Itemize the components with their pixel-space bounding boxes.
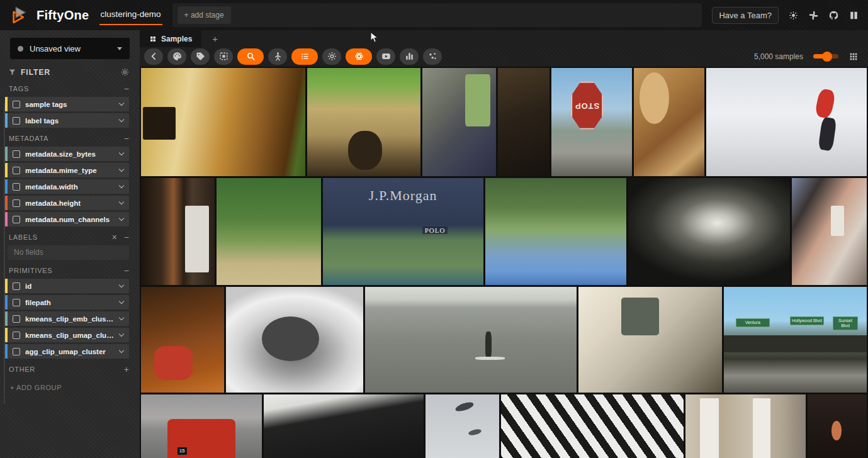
chevron-down-icon[interactable]	[119, 101, 124, 106]
scatter-icon	[427, 51, 438, 62]
field-checkbox[interactable]	[13, 332, 20, 339]
brightness-icon[interactable]	[788, 10, 799, 21]
operators-plugin-button[interactable]	[346, 48, 372, 65]
field-checkbox[interactable]	[13, 183, 20, 191]
sample-tile-dark-bookshelf-room[interactable]	[498, 68, 550, 176]
expand-icon[interactable]: +	[124, 366, 129, 373]
sidebar-settings-gear-icon[interactable]	[120, 67, 130, 77]
field-checkbox[interactable]	[13, 216, 20, 223]
photo-shape	[262, 316, 319, 361]
sample-tile-bedroom-window[interactable]	[422, 68, 496, 176]
add-group-button[interactable]: + ADD GROUP	[0, 376, 140, 399]
video-panel-button[interactable]	[376, 48, 395, 65]
slider-knob[interactable]	[822, 52, 832, 62]
sample-tile-teddy-bears[interactable]	[634, 68, 704, 176]
sample-tile-kids-group-court[interactable]	[485, 178, 627, 285]
patches-button[interactable]	[214, 48, 233, 65]
display-options-button[interactable]	[291, 48, 318, 65]
clear-icon[interactable]: ×	[112, 234, 117, 241]
sample-tile-freeway-signs-traffic[interactable]: VenturaHollywood BlvdSunset Blvd	[724, 287, 867, 393]
sample-tile-baseball-players[interactable]	[217, 178, 321, 285]
add-stage-button[interactable]: + add stage	[178, 6, 231, 24]
sidebar-field-sample-tags[interactable]: sample tags	[5, 97, 129, 111]
sidebar-field-metadata-num-channels[interactable]: metadata.num_channels	[5, 212, 129, 226]
sample-tile-sandwich-bw[interactable]	[226, 287, 363, 393]
sample-tile-living-room-interior[interactable]	[141, 68, 305, 176]
sidebar-field-metadata-size-bytes[interactable]: metadata.size_bytes	[5, 147, 129, 161]
back-button[interactable]	[144, 48, 163, 65]
field-checkbox[interactable]	[13, 167, 20, 174]
dataset-selector[interactable]: clustering-demo	[99, 5, 162, 25]
field-checkbox[interactable]	[13, 315, 20, 323]
sample-tile-stop-sign-street[interactable]: STOP	[551, 68, 632, 176]
sidebar-field-agg-clip-umap-cluster[interactable]: agg_clip_umap_cluster	[5, 344, 129, 359]
sidebar-field-id[interactable]: id	[5, 279, 129, 293]
browse-operations-button[interactable]	[237, 48, 264, 65]
field-checkbox[interactable]	[13, 199, 20, 207]
docs-icon[interactable]	[848, 10, 859, 21]
settings-button[interactable]	[322, 48, 341, 65]
sidebar-section-primitives[interactable]: PRIMITIVES−	[0, 262, 140, 277]
saved-views-selector[interactable]: Unsaved view	[10, 38, 130, 59]
sidebar-field-kmeans-clip-umap-cluster[interactable]: kmeans_clip_umap_cluster	[5, 328, 129, 342]
chevron-down-icon[interactable]	[119, 117, 124, 122]
chevron-down-icon[interactable]	[119, 167, 124, 172]
sample-tile-dark-room-lamp[interactable]	[808, 394, 867, 458]
collapse-icon[interactable]: −	[124, 267, 129, 274]
sample-tile-tennis-player-jpmorgan[interactable]: J.P.MorganPOLO	[323, 178, 483, 285]
field-checkbox[interactable]	[13, 348, 20, 355]
color-scheme-button[interactable]	[167, 48, 186, 65]
chevron-down-icon[interactable]	[119, 282, 124, 288]
sample-tile-brown-bear[interactable]	[307, 68, 420, 176]
chevron-down-icon[interactable]	[119, 216, 124, 221]
sample-tile-kitchen-white-fridge[interactable]	[141, 178, 215, 285]
sample-tile-red-london-bus[interactable]: 15	[141, 394, 262, 458]
sidebar-field-metadata-height[interactable]: metadata.height	[5, 196, 129, 210]
collapse-icon[interactable]: −	[124, 135, 129, 142]
embeddings-button[interactable]	[423, 48, 442, 65]
sidebar-field-kmeans-clip-emb-cluster[interactable]: kmeans_clip_emb_cluster	[5, 311, 129, 326]
histograms-button[interactable]	[400, 48, 419, 65]
sidebar-section-other[interactable]: OTHER+	[0, 360, 140, 376]
sample-tile-skier-red-jacket[interactable]	[706, 68, 867, 176]
field-checkbox[interactable]	[13, 101, 20, 108]
tab-samples[interactable]: Samples	[140, 30, 201, 47]
slack-icon[interactable]	[808, 10, 819, 21]
grid-zoom-slider[interactable]	[813, 52, 838, 62]
sidebar-section-tags[interactable]: TAGS−	[0, 80, 140, 95]
sample-tile-black-cat[interactable]	[264, 394, 424, 458]
github-icon[interactable]	[828, 10, 839, 21]
chevron-down-icon[interactable]	[119, 299, 124, 304]
collapse-icon[interactable]: −	[124, 234, 129, 241]
sidebar-section-labels[interactable]: LABELS×−	[0, 228, 140, 243]
sample-tile-airplanes-sky[interactable]	[426, 394, 499, 458]
grid-size-icon[interactable]	[848, 52, 859, 62]
sample-tile-dolls-red-toy-cart[interactable]	[141, 287, 224, 393]
chevron-down-icon[interactable]	[119, 332, 124, 337]
field-checkbox[interactable]	[13, 117, 20, 125]
sample-tile-paddleboarder-sea-bw[interactable]	[365, 287, 577, 393]
chevron-down-icon[interactable]	[119, 183, 124, 188]
tag-samples-button[interactable]	[191, 48, 210, 65]
sidebar-field-metadata-width[interactable]: metadata.width	[5, 179, 129, 194]
chevron-down-icon[interactable]	[119, 199, 124, 204]
sample-tile-vintage-mac-desk[interactable]	[578, 287, 723, 393]
sidebar-field-metadata-mime-type[interactable]: metadata.mime_type	[5, 163, 129, 177]
sample-tile-woman-taking-photo[interactable]	[792, 178, 867, 285]
chevron-down-icon[interactable]	[119, 348, 124, 353]
sample-tile-stone-house-doors[interactable]	[685, 394, 806, 458]
add-panel-button[interactable]: +	[201, 30, 228, 47]
field-checkbox[interactable]	[13, 282, 20, 290]
sample-tile-river-under-bridge[interactable]	[628, 178, 790, 285]
sidebar-field-label-tags[interactable]: label tags	[5, 113, 129, 128]
collapse-icon[interactable]: −	[124, 86, 129, 92]
model-evaluation-button[interactable]	[268, 48, 287, 65]
have-a-team-button[interactable]: Have a Team?	[712, 7, 779, 24]
chevron-down-icon[interactable]	[119, 315, 124, 320]
chevron-down-icon[interactable]	[119, 150, 124, 155]
sidebar-section-metadata[interactable]: METADATA−	[0, 130, 140, 145]
field-checkbox[interactable]	[13, 150, 20, 158]
sidebar-field-filepath[interactable]: filepath	[5, 295, 129, 310]
field-checkbox[interactable]	[13, 299, 20, 306]
sample-tile-zebra-stripes[interactable]	[501, 394, 684, 458]
